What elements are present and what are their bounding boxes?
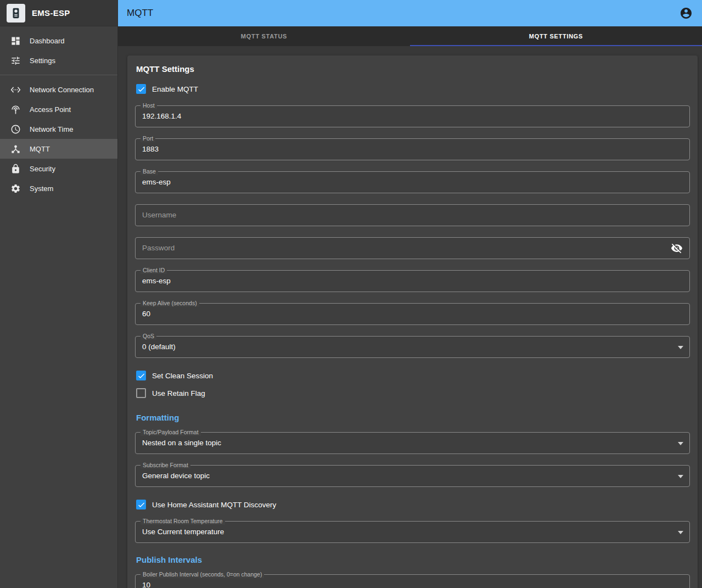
sidebar-item-label: Security	[30, 165, 55, 173]
sidebar-nav: Dashboard Settings Network Connection Ac…	[0, 26, 117, 198]
checkbox-label: Use Retain Flag	[152, 389, 205, 397]
clock-icon	[10, 124, 21, 135]
tab-bar: MQTT STATUS MQTT SETTINGS	[118, 26, 702, 46]
field-label: Port	[141, 135, 155, 142]
password-field[interactable]: Password	[135, 237, 690, 259]
page-title: MQTT	[127, 8, 153, 19]
publish-intervals-heading: Publish Intervals	[136, 555, 690, 564]
field-value: ems-esp	[136, 271, 689, 292]
sidebar-item-label: Access Point	[30, 105, 71, 114]
clean-session-checkbox[interactable]: Set Clean Session	[136, 369, 690, 382]
topic-format-select[interactable]: Topic/Payload Format Nested on a single …	[135, 432, 690, 454]
sidebar-item-settings[interactable]: Settings	[0, 51, 117, 70]
sidebar-item-mqtt[interactable]: MQTT	[0, 139, 117, 159]
field-value: 192.168.1.4	[136, 106, 689, 127]
sidebar-item-label: Settings	[30, 57, 55, 65]
sidebar-item-network-time[interactable]: Network Time	[0, 119, 117, 139]
field-label: Thermostat Room Temperature	[141, 518, 225, 525]
boiler-interval-field[interactable]: Boiler Publish Interval (seconds, 0=on c…	[135, 574, 690, 588]
app-logo-icon	[7, 4, 25, 23]
sidebar: EMS-ESP Dashboard Settings Network Conne…	[0, 0, 118, 588]
field-label: Base	[141, 168, 158, 175]
enable-mqtt-checkbox[interactable]: Enable MQTT	[136, 82, 690, 96]
sidebar-item-label: System	[30, 184, 53, 193]
chevron-down-icon	[678, 475, 683, 478]
client-id-field[interactable]: Client ID ems-esp	[135, 270, 690, 292]
content-area: MQTT Settings Enable MQTT Host 192.168.1…	[118, 46, 702, 588]
gear-icon	[10, 183, 21, 194]
wifi-tethering-icon	[10, 104, 21, 115]
checkbox-label: Enable MQTT	[152, 85, 198, 93]
select-value: Nested on a single topic	[136, 433, 689, 453]
sidebar-item-system[interactable]: System	[0, 178, 117, 198]
field-value: 60	[136, 304, 689, 324]
tab-mqtt-status[interactable]: MQTT STATUS	[118, 26, 410, 46]
checkbox-label: Use Home Assistant MQTT Discovery	[152, 501, 276, 509]
sidebar-item-access-point[interactable]: Access Point	[0, 99, 117, 119]
keep-alive-field[interactable]: Keep Alive (seconds) 60	[135, 303, 690, 325]
field-label: Boiler Publish Interval (seconds, 0=on c…	[141, 571, 264, 578]
checkbox-unchecked-icon	[136, 388, 146, 398]
tab-mqtt-settings[interactable]: MQTT SETTINGS	[410, 26, 702, 46]
checkbox-checked-icon	[136, 500, 146, 509]
retain-flag-checkbox[interactable]: Use Retain Flag	[136, 387, 690, 400]
device-hub-icon	[10, 143, 21, 154]
field-label: QoS	[141, 333, 156, 340]
select-value: General device topic	[136, 466, 689, 486]
sidebar-item-label: Network Connection	[30, 86, 94, 94]
sidebar-divider	[0, 75, 117, 75]
select-value: 0 (default)	[136, 337, 689, 357]
base-field[interactable]: Base ems-esp	[135, 171, 690, 193]
app-title: EMS-ESP	[32, 8, 70, 18]
main-area: MQTT MQTT STATUS MQTT SETTINGS MQTT Sett…	[118, 0, 702, 588]
sidebar-item-label: Dashboard	[30, 37, 65, 45]
sidebar-item-dashboard[interactable]: Dashboard	[0, 31, 117, 51]
sidebar-item-network-connection[interactable]: Network Connection	[0, 80, 117, 99]
field-label: Subscribe Format	[141, 462, 190, 469]
ha-discovery-checkbox[interactable]: Use Home Assistant MQTT Discovery	[136, 498, 690, 511]
formatting-heading: Formatting	[136, 413, 690, 422]
mqtt-settings-card: MQTT Settings Enable MQTT Host 192.168.1…	[127, 55, 698, 588]
ethernet-icon	[10, 84, 21, 95]
subscribe-format-select[interactable]: Subscribe Format General device topic	[135, 465, 690, 487]
tune-icon	[10, 55, 21, 66]
chevron-down-icon	[678, 346, 683, 349]
field-placeholder: Username	[136, 205, 689, 226]
field-value: 1883	[136, 139, 689, 160]
sidebar-header: EMS-ESP	[0, 0, 117, 26]
appbar: MQTT	[118, 0, 702, 26]
chevron-down-icon	[678, 531, 683, 534]
chevron-down-icon	[678, 442, 683, 445]
thermostat-temp-select[interactable]: Thermostat Room Temperature Use Current …	[135, 521, 690, 543]
field-value: ems-esp	[136, 172, 689, 193]
account-circle-icon[interactable]	[679, 6, 693, 20]
checkbox-checked-icon	[136, 84, 146, 94]
field-label: Host	[141, 102, 157, 109]
field-label: Client ID	[141, 267, 167, 274]
dashboard-icon	[10, 35, 21, 46]
host-field[interactable]: Host 192.168.1.4	[135, 105, 690, 127]
sidebar-item-label: Network Time	[30, 125, 73, 133]
visibility-off-icon[interactable]	[671, 242, 684, 255]
field-placeholder: Password	[136, 238, 689, 259]
field-label: Keep Alive (seconds)	[141, 300, 199, 307]
checkbox-label: Set Clean Session	[152, 372, 213, 380]
lock-icon	[10, 163, 21, 174]
sidebar-item-label: MQTT	[30, 145, 50, 153]
field-label: Topic/Payload Format	[141, 429, 201, 436]
sidebar-item-security[interactable]: Security	[0, 159, 117, 178]
username-field[interactable]: Username	[135, 204, 690, 226]
checkbox-checked-icon	[136, 371, 146, 380]
port-field[interactable]: Port 1883	[135, 138, 690, 160]
panel-title: MQTT Settings	[136, 64, 690, 74]
qos-select[interactable]: QoS 0 (default)	[135, 336, 690, 358]
